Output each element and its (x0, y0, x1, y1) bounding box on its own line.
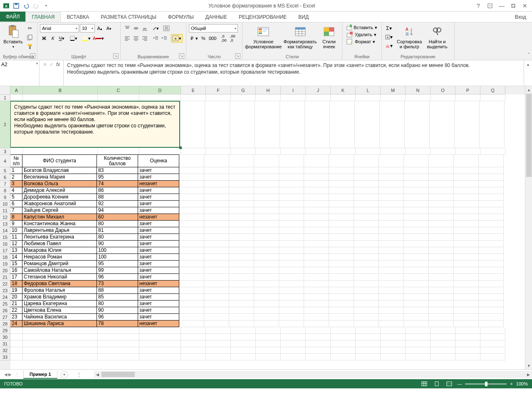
row-header-12[interactable]: 12 (0, 214, 10, 221)
cancel-formula-icon[interactable]: ✕ (43, 62, 47, 67)
cell[interactable] (229, 247, 254, 254)
cell[interactable]: 20 (10, 293, 22, 301)
tab-data[interactable]: ДАННЫЕ (200, 12, 233, 22)
cell[interactable] (279, 274, 304, 281)
cell[interactable]: Лаврентьева Дарья (22, 227, 97, 234)
increase-font-icon[interactable]: A▴ (96, 24, 104, 32)
cell[interactable] (381, 334, 406, 340)
cell[interactable] (254, 201, 279, 207)
row-header-6[interactable]: 6 (0, 174, 10, 181)
cell[interactable] (179, 181, 204, 187)
cell[interactable] (206, 340, 231, 347)
find-select-button[interactable]: Найти и выделить (425, 24, 449, 50)
cell[interactable] (23, 340, 98, 347)
cell[interactable]: Веселкина Мария (22, 174, 97, 181)
cell[interactable] (204, 241, 229, 247)
expand-formula-bar-icon[interactable]: ▴ (524, 60, 532, 86)
cell[interactable] (204, 174, 229, 181)
cell[interactable] (181, 354, 206, 360)
clipboard-launcher[interactable]: ↘ (30, 53, 35, 59)
cell[interactable]: Количество баллов (97, 154, 138, 167)
cell[interactable] (229, 214, 254, 221)
cell[interactable]: 100 (97, 247, 138, 254)
cell[interactable]: Богатов Владислав (22, 167, 97, 174)
cell[interactable] (354, 274, 379, 281)
cell[interactable] (229, 254, 254, 261)
cell[interactable] (429, 155, 454, 167)
name-box-input[interactable] (1, 62, 30, 67)
cell[interactable] (379, 281, 404, 287)
cell[interactable] (304, 254, 329, 261)
cell[interactable] (455, 327, 480, 334)
cell[interactable] (429, 314, 454, 321)
cell[interactable]: 23 (10, 313, 22, 321)
cell[interactable]: ФИО студента (22, 154, 97, 167)
cell[interactable] (179, 301, 204, 307)
cell[interactable] (379, 274, 404, 281)
cell[interactable] (204, 247, 229, 254)
cell[interactable] (331, 354, 356, 360)
cell[interactable]: Волкова Ольга (22, 180, 97, 187)
sheet-nav-prev-icon[interactable]: ◀ (4, 372, 7, 377)
cell[interactable] (306, 340, 331, 347)
cell[interactable]: зачет (138, 253, 179, 261)
cell[interactable] (179, 214, 204, 221)
row-header-14[interactable]: 14 (0, 227, 10, 234)
font-size-combo[interactable]: 10 (80, 24, 95, 32)
formula-content[interactable]: Студенты сдают тест по теме «Рыночная эк… (64, 60, 524, 86)
col-header-B[interactable]: B (23, 86, 98, 94)
align-left-icon[interactable] (123, 34, 131, 42)
cell[interactable] (354, 241, 379, 247)
cell[interactable] (455, 94, 480, 101)
cell[interactable] (229, 194, 254, 201)
col-header-I[interactable]: I (281, 86, 306, 94)
cell[interactable] (254, 314, 279, 321)
cell[interactable] (279, 234, 304, 241)
cell[interactable] (279, 307, 304, 314)
cell[interactable] (331, 148, 356, 155)
qat-customize-icon[interactable]: ▾ (42, 1, 51, 10)
cell[interactable] (406, 327, 431, 334)
cell[interactable] (229, 221, 254, 227)
cell[interactable] (281, 94, 306, 101)
cell[interactable]: 80 (97, 220, 138, 227)
scroll-down-icon[interactable]: ▼ (525, 362, 532, 369)
cell[interactable] (204, 254, 229, 261)
cell[interactable] (231, 347, 256, 354)
cell[interactable] (279, 227, 304, 234)
cell[interactable] (429, 321, 454, 327)
cell[interactable] (254, 267, 279, 274)
row-header-2[interactable]: 2 (0, 101, 10, 148)
cell[interactable]: 24 (10, 320, 22, 327)
cell[interactable] (429, 301, 454, 307)
cell[interactable] (231, 94, 256, 101)
col-header-D[interactable]: D (139, 86, 181, 94)
cell[interactable] (10, 347, 23, 354)
cell[interactable] (281, 334, 306, 340)
cell[interactable] (404, 287, 429, 294)
cell[interactable] (179, 307, 204, 314)
cell[interactable]: Оценка (138, 154, 179, 167)
cell[interactable] (329, 155, 354, 167)
cell[interactable] (354, 201, 379, 207)
row-header-31[interactable]: 31 (0, 340, 10, 347)
cell[interactable] (304, 274, 329, 281)
cell[interactable] (181, 94, 206, 101)
cell[interactable] (179, 287, 204, 294)
cell[interactable]: 85 (97, 293, 138, 301)
cell[interactable] (354, 281, 379, 287)
cell[interactable] (454, 201, 479, 207)
cell[interactable] (229, 201, 254, 207)
cell[interactable]: 15 (10, 260, 22, 267)
cell[interactable] (229, 207, 254, 214)
tab-review[interactable]: РЕЦЕНЗИРОВАНИЕ (233, 12, 292, 22)
cell[interactable] (480, 148, 505, 155)
cell[interactable] (354, 187, 379, 194)
cell[interactable] (306, 334, 331, 340)
cell[interactable] (23, 334, 98, 340)
cell[interactable] (179, 281, 204, 287)
cell[interactable] (279, 221, 304, 227)
tab-insert[interactable]: ВСТАВКА (61, 12, 95, 22)
cell[interactable] (479, 155, 504, 167)
row-header-7[interactable]: 7 (0, 181, 10, 187)
